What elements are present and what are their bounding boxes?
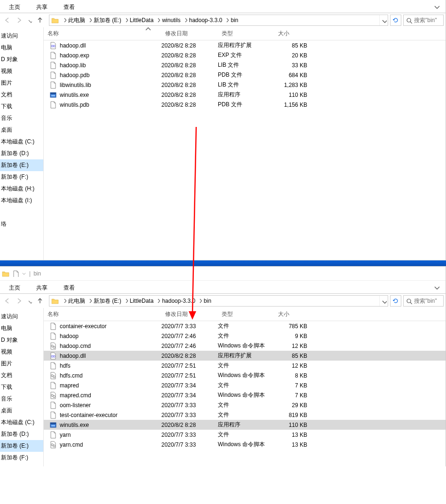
breadcrumb-segment[interactable]: hadoop-3.3.0 xyxy=(187,15,224,25)
chevron-right-icon[interactable] xyxy=(224,16,229,24)
file-row[interactable]: mapred2020/7/7 3:34文件7 KB xyxy=(44,380,446,390)
file-row[interactable]: hadoop.dll2020/8/2 8:28应用程序扩展85 KB xyxy=(44,351,446,361)
file-row[interactable]: hadoop2020/7/7 2:46文件9 KB xyxy=(44,331,446,341)
breadcrumb-path[interactable]: 此电脑新加卷 (E:)LittleDatahadoop-3.3.0bin xyxy=(49,295,388,307)
chevron-right-icon[interactable] xyxy=(123,16,128,24)
file-row[interactable]: yarn2020/7/7 3:33文件13 KB xyxy=(44,430,446,440)
qat-dropdown[interactable] xyxy=(22,271,26,276)
breadcrumb-segment[interactable]: 新加卷 (E:) xyxy=(92,15,123,25)
sidebar-item[interactable]: 图片 xyxy=(0,358,43,370)
ribbon-tab-share[interactable]: 共享 xyxy=(34,0,50,13)
sidebar-item[interactable]: 音乐 xyxy=(0,393,43,405)
search-input[interactable] xyxy=(414,298,441,304)
file-row[interactable]: test-container-executor2020/7/7 3:33文件81… xyxy=(44,410,446,420)
sidebar-item[interactable]: D 对象 xyxy=(0,334,43,346)
column-header-size[interactable]: 大小 xyxy=(274,308,321,321)
search-box[interactable] xyxy=(403,295,444,307)
file-row[interactable]: yarn.cmd2020/7/7 3:33Windows 命令脚本13 KB xyxy=(44,440,446,449)
chevron-right-icon[interactable] xyxy=(155,16,160,24)
file-row[interactable]: hadoop.cmd2020/7/7 2:46Windows 命令脚本12 KB xyxy=(44,341,446,351)
column-header-type[interactable]: 类型 xyxy=(218,27,274,40)
nav-back-button[interactable] xyxy=(3,16,11,24)
ribbon-expand-icon[interactable] xyxy=(429,282,446,293)
ribbon-tab-home[interactable]: 主页 xyxy=(7,0,23,13)
file-row[interactable]: libwinutils.lib2020/8/2 8:28LIB 文件1,283 … xyxy=(44,80,446,90)
column-header-date[interactable]: 修改日期 xyxy=(161,27,218,40)
chevron-right-icon[interactable] xyxy=(197,297,202,305)
sidebar-item[interactable]: 视频 xyxy=(0,346,43,358)
chevron-right-icon[interactable] xyxy=(62,297,66,305)
file-row[interactable]: winutils.pdb2020/8/2 8:28PDB 文件1,156 KB xyxy=(44,100,446,110)
sidebar-item[interactable]: 新加卷 (F:) xyxy=(0,452,43,464)
file-row[interactable]: container-executor2020/7/7 3:33文件785 KB xyxy=(44,321,446,331)
file-row[interactable]: hadoop.pdb2020/8/2 8:28PDB 文件684 KB xyxy=(44,70,446,80)
sidebar-item[interactable]: 文档 xyxy=(0,89,43,101)
sidebar-item[interactable]: 本地磁盘 (C:) xyxy=(0,417,43,428)
breadcrumb-segment[interactable]: LittleData xyxy=(128,15,156,25)
file-row[interactable]: hadoop.exp2020/8/2 8:28EXP 文件20 KB xyxy=(44,50,446,60)
sidebar-item[interactable]: 音乐 xyxy=(0,112,43,124)
sidebar-item[interactable]: 桌面 xyxy=(0,405,43,417)
breadcrumb-path[interactable]: 此电脑新加卷 (E:)LittleDatawinutilshadoop-3.3.… xyxy=(49,15,388,26)
refresh-button[interactable] xyxy=(390,15,401,26)
nav-forward-button[interactable] xyxy=(15,16,24,24)
file-row[interactable]: mapred.cmd2020/7/7 3:34Windows 命令脚本7 KB xyxy=(44,390,446,400)
nav-back-button[interactable] xyxy=(3,297,11,305)
refresh-button[interactable] xyxy=(390,295,401,307)
breadcrumb-segment[interactable]: winutils xyxy=(160,15,182,25)
column-header-type[interactable]: 类型 xyxy=(218,308,274,321)
breadcrumb-segment[interactable]: bin xyxy=(202,296,213,306)
navigation-pane[interactable]: 速访问电脑D 对象视频图片文档下载音乐桌面本地磁盘 (C:)新加卷 (D:)新加… xyxy=(0,27,44,260)
sidebar-item[interactable] xyxy=(0,206,43,218)
breadcrumb-segment[interactable]: 新加卷 (E:) xyxy=(92,296,123,306)
file-row[interactable]: hdfs2020/7/7 2:51文件12 KB xyxy=(44,361,446,370)
file-row[interactable]: hadoop.lib2020/8/2 8:28LIB 文件33 KB xyxy=(44,60,446,70)
chevron-right-icon[interactable] xyxy=(87,297,92,305)
file-row[interactable]: winutils.exe2020/8/2 8:28应用程序110 KB xyxy=(44,420,446,430)
sidebar-item[interactable]: 电脑 xyxy=(0,42,43,54)
column-header-name[interactable]: 名称 xyxy=(44,308,161,321)
breadcrumb-segment[interactable]: 此电脑 xyxy=(66,15,87,25)
path-dropdown[interactable] xyxy=(379,296,388,306)
breadcrumb-segment[interactable]: hadoop-3.3.0 xyxy=(160,296,197,306)
file-row[interactable]: hdfs.cmd2020/7/7 2:51Windows 命令脚本8 KB xyxy=(44,370,446,380)
sidebar-item[interactable]: 本地磁盘 (H:) xyxy=(0,183,43,195)
ribbon-tab-view[interactable]: 查看 xyxy=(61,0,77,13)
chevron-right-icon[interactable] xyxy=(123,297,128,305)
file-row[interactable]: hadoop.dll2020/8/2 8:28应用程序扩展85 KB xyxy=(44,40,446,50)
chevron-right-icon[interactable] xyxy=(87,16,92,24)
chevron-right-icon[interactable] xyxy=(183,16,187,24)
search-input[interactable] xyxy=(414,17,441,24)
breadcrumb-segment[interactable]: 此电脑 xyxy=(66,296,87,306)
breadcrumb-segment[interactable]: LittleData xyxy=(128,296,156,306)
ribbon-tab-view[interactable]: 查看 xyxy=(61,281,77,294)
sidebar-item[interactable]: 本地磁盘 (I:) xyxy=(0,195,43,206)
nav-history-dropdown[interactable] xyxy=(27,297,32,305)
qat-button[interactable] xyxy=(12,270,19,277)
sidebar-item[interactable]: 新加卷 (D:) xyxy=(0,148,43,159)
sidebar-item[interactable]: D 对象 xyxy=(0,54,43,65)
sidebar-item[interactable]: 新加卷 (F:) xyxy=(0,171,43,183)
sidebar-item[interactable]: 视频 xyxy=(0,65,43,77)
sidebar-item[interactable]: 电脑 xyxy=(0,323,43,334)
file-row[interactable]: winutils.exe2020/8/2 8:28应用程序110 KB xyxy=(44,90,446,100)
nav-history-dropdown[interactable] xyxy=(27,16,32,24)
sidebar-item[interactable]: 下载 xyxy=(0,101,43,112)
sidebar-item[interactable]: 本地磁盘 (C:) xyxy=(0,136,43,148)
nav-up-button[interactable] xyxy=(36,297,44,305)
column-header-size[interactable]: 大小 xyxy=(274,27,321,40)
ribbon-tab-share[interactable]: 共享 xyxy=(34,281,50,294)
sidebar-item[interactable]: 络 xyxy=(0,218,43,230)
sidebar-item[interactable]: 速访问 xyxy=(0,30,43,42)
sidebar-item[interactable]: 速访问 xyxy=(0,311,43,323)
ribbon-expand-icon[interactable] xyxy=(429,1,446,13)
search-box[interactable] xyxy=(403,15,444,26)
sidebar-item[interactable]: 新加卷 (E:) xyxy=(0,440,43,452)
breadcrumb-segment[interactable]: bin xyxy=(229,15,240,25)
chevron-right-icon[interactable] xyxy=(62,16,66,24)
nav-up-button[interactable] xyxy=(36,16,44,24)
sidebar-item[interactable]: 新加卷 (D:) xyxy=(0,428,43,440)
sidebar-item[interactable]: 新加卷 (E:) xyxy=(0,159,43,171)
sidebar-item[interactable]: 文档 xyxy=(0,370,43,381)
sidebar-item[interactable]: 图片 xyxy=(0,77,43,89)
